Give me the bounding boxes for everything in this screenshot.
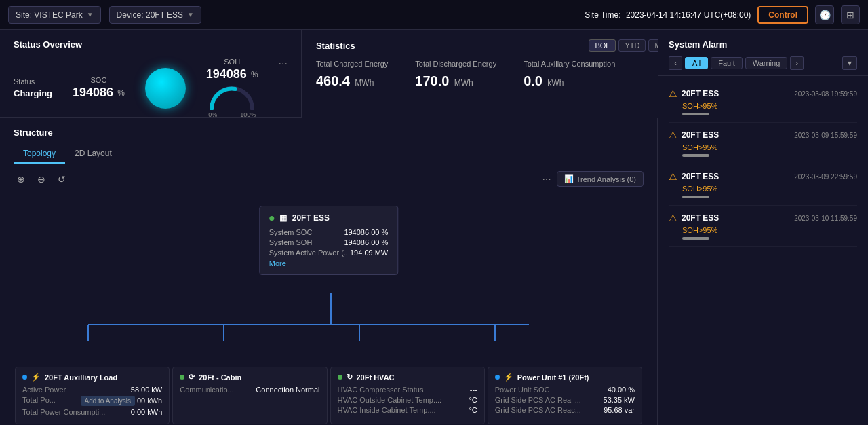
structure-section: Structure Topology 2D Layout ⊕ ⊖ ↺ ··· 📊… (0, 118, 657, 425)
alarm-item-1-header: ⚠ 20FT ESS 2023-03-08 19:59:59 (669, 88, 857, 99)
warning-icon-2: ⚠ (669, 130, 677, 141)
tab-2dlayout[interactable]: 2D Layout (65, 145, 121, 164)
stat-auxiliary-unit: kWh (547, 78, 564, 88)
clock-icon-btn[interactable]: 🕐 (815, 5, 834, 24)
alarm-item-2: ⚠ 20FT ESS 2023-03-09 15:59:59 SOH>95% (669, 123, 857, 164)
alarm-time-1: 2023-03-08 19:59:59 (794, 90, 857, 98)
settings-icon: ⊞ (846, 10, 854, 20)
hvac-key-1: HVAC Compressor Status (338, 386, 424, 394)
device-card-powerunit: ⚡ Power Unit #1 (20Ft) Power Unit SOC 40… (488, 367, 642, 424)
status-row: Status Charging SOC 194086 % SO (14, 58, 288, 118)
status-label: Status (14, 77, 52, 86)
right-panel: System Alarm ‹ All Fault Warning › ▾ ⚠ 2… (658, 30, 868, 425)
stats-tab-ytd[interactable]: YTD (618, 39, 646, 52)
aux-icon: ⚡ (31, 373, 41, 382)
stats-tab-bol[interactable]: BOL (589, 39, 616, 52)
alarm-time-4: 2023-03-10 11:59:59 (794, 215, 857, 222)
ess-power-key: System Active Power (... (269, 248, 350, 257)
aux-name: 20FT Auxilliary Load (45, 373, 117, 382)
site-time-label: Site Time: (585, 10, 620, 20)
device-dropdown[interactable]: Device: 20FT ESS ▼ (109, 6, 201, 24)
stat-discharged-label: Total Discharged Energy (415, 60, 496, 68)
alarm-bar-4 (682, 237, 709, 240)
aux-row-3: Total Power Consumpti... 0.00 kWh (22, 408, 162, 416)
structure-more-btn[interactable]: ··· (542, 173, 551, 185)
pu-icon: ⚡ (504, 373, 513, 382)
alarm-bar-1 (682, 113, 709, 115)
alarm-title: System Alarm (669, 39, 857, 50)
site-time-value: 2023-04-14 14:16:47 UTC(+08:00) (626, 10, 751, 20)
alarm-tab-all[interactable]: All (685, 57, 708, 69)
soh-section: SOH 194086 % (206, 58, 258, 118)
struct-icons: ⊕ ⊖ ↺ (14, 172, 69, 187)
more-dots-btn[interactable]: ··· (279, 58, 288, 70)
control-button[interactable]: Control (757, 6, 808, 24)
alarm-next-btn[interactable]: › (790, 56, 804, 70)
hvac-val-2: °C (469, 396, 477, 404)
alarm-item-1-left: ⚠ 20FT ESS (669, 88, 719, 99)
stat-item-charged: Total Charged Energy 460.4 MWh (316, 60, 388, 89)
warning-icon-3: ⚠ (669, 171, 677, 182)
ess-status-dot (269, 216, 274, 221)
alarm-header: System Alarm ‹ All Fault Warning › ▾ (658, 30, 868, 76)
hvac-key-3: HVAC Inside Cabinet Temp...: (338, 406, 436, 414)
reset-icon[interactable]: ↺ (54, 172, 69, 187)
alarm-item-3-left: ⚠ 20FT ESS (669, 171, 719, 182)
pu-row-1: Power Unit SOC 40.00 % (495, 386, 635, 394)
pu-val-1: 40.00 % (608, 386, 635, 394)
add-to-analysis-btn[interactable]: Add to Analysis (81, 396, 135, 406)
hvac-status-dot (338, 375, 342, 380)
alarm-tabs: ‹ All Fault Warning › ▾ (669, 56, 857, 70)
soh-gauge (208, 83, 256, 110)
cabin-key-1: Communicatio... (180, 386, 233, 394)
ess-soc-key: System SOC (269, 228, 313, 236)
alarm-item-2-header: ⚠ 20FT ESS 2023-03-09 15:59:59 (669, 130, 857, 141)
device-auxiliary-header: ⚡ 20FT Auxilliary Load (22, 373, 162, 382)
gauge-min: 0% (208, 111, 217, 118)
device-card-auxiliary: ⚡ 20FT Auxilliary Load Active Power 58.0… (15, 367, 170, 424)
hvac-row-2: HVAC Outside Cabinet Temp...: °C (338, 396, 477, 404)
soc-ball (145, 68, 186, 109)
aux-val-3: 0.00 kWh (131, 408, 162, 416)
statistics-panel: Statistics BOL YTD MTD TD Total Charged … (302, 30, 715, 118)
zoom-in-icon[interactable]: ⊕ (14, 172, 28, 187)
stat-charged-unit: MWh (355, 78, 374, 88)
bottom-cards: ⚡ 20FT Auxilliary Load Active Power 58.0… (14, 365, 644, 425)
chart-icon: 📊 (564, 174, 574, 183)
alarm-tab-warning[interactable]: Warning (745, 57, 788, 69)
stat-auxiliary-label: Total Auxiliary Consumption (524, 60, 615, 68)
status-value: Charging (14, 88, 52, 98)
device-card-hvac: ↻ 20Ft HVAC HVAC Compressor Status --- H… (330, 367, 485, 424)
alarm-tab-fault[interactable]: Fault (711, 57, 742, 69)
alarm-device-1: 20FT ESS (682, 89, 719, 98)
stats-values: Total Charged Energy 460.4 MWh Total Dis… (316, 60, 702, 89)
top-bar: Site: VISTEC Park ▼ Device: 20FT ESS ▼ S… (0, 0, 868, 30)
pu-status-dot (495, 375, 500, 380)
pu-val-3: 95.68 var (604, 406, 635, 414)
structure-title: Structure (14, 128, 644, 138)
tab-topology[interactable]: Topology (14, 145, 65, 164)
alarm-item-4-left: ⚠ 20FT ESS (669, 212, 719, 223)
gauge-labels: 0% 100% (208, 111, 256, 118)
alarm-desc-1: SOH>95% (682, 102, 857, 110)
alarm-item-2-left: ⚠ 20FT ESS (669, 130, 719, 141)
settings-icon-btn[interactable]: ⊞ (841, 5, 860, 24)
trend-label: Trend Analysis (0) (576, 175, 636, 183)
cabin-val-1: Connection Normal (256, 386, 319, 394)
site-time: Site Time: 2023-04-14 14:16:47 UTC(+08:0… (585, 10, 751, 20)
hvac-val-3: °C (469, 406, 477, 414)
pu-key-2: Grid Side PCS AC Real ... (495, 396, 581, 404)
ess-more-link[interactable]: More (269, 259, 388, 267)
top-bar-right: Site Time: 2023-04-14 14:16:47 UTC(+08:0… (585, 5, 860, 24)
pu-val-2: 53.35 kW (604, 396, 635, 404)
soh-number: 194086 (206, 67, 247, 81)
zoom-out-icon[interactable]: ⊖ (34, 172, 49, 187)
soc-number: 194086 (73, 86, 113, 100)
alarm-prev-btn[interactable]: ‹ (669, 56, 682, 70)
alarm-expand-btn[interactable]: ▾ (842, 56, 857, 70)
hvac-val-1: --- (470, 386, 477, 394)
left-panel: Status Overview Status Charging SOC 1940… (0, 30, 658, 425)
site-dropdown[interactable]: Site: VISTEC Park ▼ (8, 6, 101, 24)
top-row: Status Overview Status Charging SOC 1940… (0, 30, 657, 118)
trend-analysis-btn[interactable]: 📊 Trend Analysis (0) (557, 171, 644, 187)
